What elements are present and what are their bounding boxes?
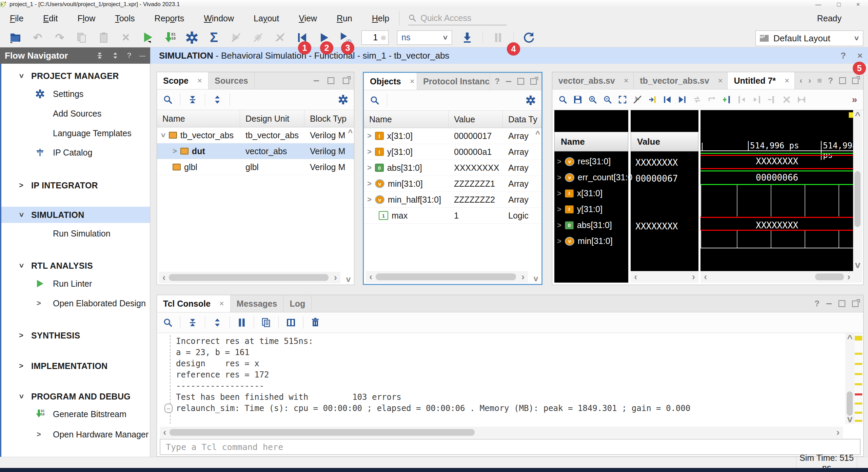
search-icon[interactable]: [163, 95, 173, 104]
previous-transition-icon[interactable]: [663, 95, 672, 104]
warning-mark[interactable]: [855, 373, 862, 375]
open-project-button[interactable]: [9, 31, 22, 44]
tab-list-icon[interactable]: ≡: [817, 76, 822, 85]
section-ip-integrator[interactable]: >IP INTEGRATOR: [1, 177, 150, 193]
breakpoint-disabled-button[interactable]: [229, 31, 243, 44]
scroll-left-icon[interactable]: ‹: [160, 428, 170, 437]
columns-icon[interactable]: [286, 318, 296, 327]
chevron-expanded-icon[interactable]: >: [159, 133, 167, 138]
wave-signal-name[interactable]: >0abs[31:0]: [557, 217, 628, 233]
menu-flow[interactable]: Flow: [67, 9, 105, 28]
horizontal-scrollbar[interactable]: ‹ ›: [159, 272, 340, 283]
tcl-command-input-box[interactable]: [160, 439, 861, 455]
close-icon[interactable]: ×: [219, 299, 224, 308]
tab-prev-icon[interactable]: ‹: [800, 76, 802, 85]
clear-time-icon[interactable]: ⊗: [380, 34, 386, 42]
table-row[interactable]: >vmin_half[31:0] ZZZZZZZ2 Array: [364, 192, 541, 208]
sidebar-item-language-templates[interactable]: Language Templates: [1, 125, 150, 141]
pause-button[interactable]: [491, 31, 505, 44]
prev-marker-disabled-icon[interactable]: [737, 95, 746, 104]
float-icon[interactable]: [530, 78, 537, 85]
scroll-down-icon[interactable]: v: [343, 275, 354, 283]
scroll-left-icon[interactable]: ‹: [631, 272, 640, 282]
menu-file[interactable]: File: [0, 9, 33, 28]
collapse-all-icon[interactable]: [188, 95, 197, 104]
menu-edit[interactable]: Edit: [33, 9, 67, 28]
float-icon[interactable]: [852, 301, 859, 307]
close-icon[interactable]: ×: [785, 76, 789, 85]
undo-button[interactable]: ↶: [31, 31, 44, 44]
menu-run[interactable]: Run: [327, 9, 362, 28]
scroll-up-icon[interactable]: ^: [847, 333, 852, 344]
sidebar-item-open-elaborated-design[interactable]: >Open Elaborated Design: [1, 295, 150, 311]
col-data-type[interactable]: Data Ty: [503, 111, 541, 128]
warning-mark[interactable]: [855, 383, 862, 385]
minimize-icon[interactable]: —: [139, 52, 145, 59]
close-icon[interactable]: ×: [857, 50, 863, 61]
chevron-collapsed-icon[interactable]: >: [173, 147, 177, 156]
pause-output-icon[interactable]: [237, 318, 246, 327]
tab-protocol-instances[interactable]: Protocol Instanc: [417, 73, 490, 90]
vertical-scrollbar[interactable]: ^ v: [853, 110, 862, 283]
wave-signal-name[interactable]: >vres[31:0]: [557, 153, 628, 169]
tab-untitled-7[interactable]: Untitled 7*×: [728, 72, 795, 89]
expand-all-icon[interactable]: [112, 52, 119, 59]
col-design-unit[interactable]: Design Unit: [240, 110, 304, 127]
table-row[interactable]: glbl glbl Verilog M: [157, 159, 354, 175]
fold-marker-icon[interactable]: –: [164, 404, 173, 413]
sidebar-item-run-simulation[interactable]: Run Simulation: [1, 225, 150, 242]
wave-signal-name[interactable]: >Ix[31:0]: [557, 185, 628, 201]
table-row[interactable]: >tb_vector_abs tb_vector_abs Verilog M: [157, 127, 354, 143]
layout-selector[interactable]: Default Layout >: [755, 30, 863, 46]
section-project-manager[interactable]: >PROJECT MANAGER: [1, 68, 150, 84]
chevron-collapsed-icon[interactable]: >: [367, 131, 372, 140]
sidebar-item-add-sources[interactable]: Add Sources: [1, 105, 150, 122]
remove-marker-disabled-icon[interactable]: [767, 95, 776, 104]
add-marker-icon[interactable]: [723, 95, 731, 104]
collapse-all-icon[interactable]: [188, 318, 197, 327]
swap-disabled-icon[interactable]: [693, 95, 702, 104]
wave-signal-name[interactable]: >verr_count[31:0: [557, 169, 628, 185]
maximize-icon[interactable]: [839, 300, 845, 307]
minimize-icon[interactable]: [826, 303, 832, 304]
copy-icon[interactable]: [261, 318, 271, 327]
chevron-expanded-icon[interactable]: >: [17, 212, 26, 217]
warning-mark[interactable]: [855, 353, 862, 355]
relaunch-sim-button[interactable]: [522, 31, 536, 44]
next-transition-icon[interactable]: [678, 95, 687, 104]
tab-scope[interactable]: Scope×: [157, 72, 209, 89]
window-maximize-icon[interactable]: □: [837, 1, 841, 8]
zoom-fit-icon[interactable]: [618, 95, 627, 104]
sim-time-input[interactable]: [365, 32, 378, 43]
warning-mark[interactable]: [855, 412, 862, 414]
sidebar-item-run-linter[interactable]: Run Linter: [1, 275, 150, 292]
wave-scrollbar[interactable]: ‹ ›: [701, 271, 854, 283]
tab-tb-vector-abs-sv[interactable]: tb_vector_abs.sv×: [634, 72, 728, 89]
restore-disabled-icon[interactable]: [708, 95, 716, 104]
close-icon[interactable]: ×: [718, 76, 723, 85]
report-sigma-button[interactable]: Σ: [207, 31, 221, 44]
scroll-up-icon[interactable]: ^: [855, 110, 860, 121]
scroll-left-icon[interactable]: ‹: [159, 273, 169, 282]
section-synthesis[interactable]: >SYNTHESIS: [1, 327, 150, 344]
help-icon[interactable]: ?: [841, 50, 846, 61]
zoom-out-icon[interactable]: [603, 95, 612, 104]
step-button[interactable]: [460, 31, 474, 44]
sidebar-item-generate-bitstream[interactable]: 0110 Generate Bitstream: [1, 406, 150, 422]
help-icon[interactable]: ?: [814, 299, 820, 308]
expand-all-icon[interactable]: [213, 318, 222, 327]
settings-toolbar-button[interactable]: [185, 31, 199, 44]
go-to-time-icon[interactable]: [648, 95, 657, 104]
wave-signal-name[interactable]: >Iy[31:0]: [557, 201, 628, 217]
close-icon[interactable]: ×: [410, 77, 415, 86]
tcl-output[interactable]: Incorrect res at time 515ns: a = 23, b =…: [176, 336, 820, 414]
scroll-left-icon[interactable]: ‹: [366, 272, 376, 282]
zoom-in-icon[interactable]: [588, 95, 597, 104]
help-icon[interactable]: ?: [495, 77, 500, 86]
save-icon[interactable]: [573, 95, 582, 104]
menu-view[interactable]: View: [289, 9, 327, 28]
search-icon[interactable]: [558, 95, 567, 104]
horizontal-scrollbar[interactable]: ‹ ›: [160, 427, 843, 438]
horizontal-scrollbar[interactable]: ‹ ›: [366, 271, 528, 283]
clear-breakpoints-disabled-button[interactable]: [273, 31, 287, 44]
